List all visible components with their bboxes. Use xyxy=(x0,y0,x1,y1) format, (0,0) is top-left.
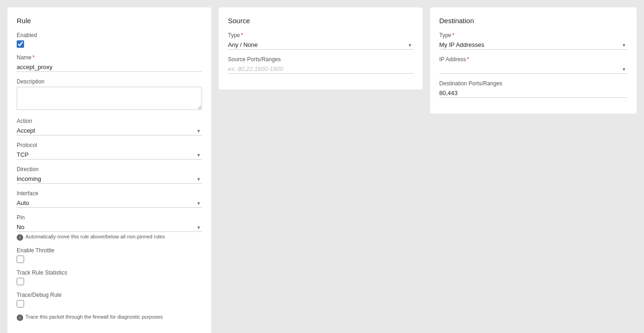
ip-address-field: IP Address* ▾ xyxy=(439,56,627,74)
trace-debug-label: Trace/Debug Rule xyxy=(17,292,202,298)
source-panel: Source Type* Any / None Address Network … xyxy=(219,7,423,90)
source-type-select[interactable]: Any / None Address Network Group xyxy=(228,40,413,50)
throttle-checkbox[interactable] xyxy=(17,256,24,263)
action-select-wrapper: Accept Reject Drop ▾ xyxy=(17,126,202,135)
source-ports-input[interactable] xyxy=(228,64,413,74)
track-rule-checkbox[interactable] xyxy=(17,278,24,285)
direction-label: Direction xyxy=(17,166,202,173)
pin-info-text: Automatically move this rule above/below… xyxy=(25,234,165,239)
protocol-field: Protocol TCP UDP Any ▾ xyxy=(17,142,202,160)
throttle-label: Enable Throttle xyxy=(17,247,202,254)
source-ports-field: Source Ports/Ranges xyxy=(228,56,413,74)
enabled-checkbox[interactable] xyxy=(17,40,24,48)
ip-address-label: IP Address* xyxy=(439,56,627,63)
source-panel-title: Source xyxy=(228,17,413,25)
protocol-select[interactable]: TCP UDP Any xyxy=(17,150,202,160)
direction-select[interactable]: Incoming Outgoing Both xyxy=(17,174,202,184)
pin-info-row: i Automatically move this rule above/bel… xyxy=(17,234,202,241)
description-field: Description xyxy=(17,78,202,111)
name-label: Name* xyxy=(17,54,202,61)
interface-label: Interface xyxy=(17,190,202,197)
source-ports-label: Source Ports/Ranges xyxy=(228,56,413,63)
description-label: Description xyxy=(17,78,202,85)
pin-field: Pin No Yes ▾ i Automatically move this r… xyxy=(17,214,202,241)
destination-ports-field: Destination Ports/Ranges 80,443 xyxy=(439,80,627,98)
action-select[interactable]: Accept Reject Drop xyxy=(17,126,202,135)
destination-type-field: Type* My IP Addresses Any / None Address… xyxy=(439,32,627,50)
action-field: Action Accept Reject Drop ▾ xyxy=(17,118,202,135)
track-rule-label: Track Rule Statistics xyxy=(17,269,202,276)
direction-select-wrapper: Incoming Outgoing Both ▾ xyxy=(17,174,202,184)
interface-select[interactable]: Auto xyxy=(17,199,202,208)
destination-type-select-wrapper: My IP Addresses Any / None Address Netwo… xyxy=(439,40,627,50)
source-type-select-wrapper: Any / None Address Network Group ▾ xyxy=(228,40,413,50)
interface-field: Interface Auto ▾ xyxy=(17,190,202,208)
protocol-label: Protocol xyxy=(17,142,202,148)
trace-debug-field: Trace/Debug Rule i Trace this packet thr… xyxy=(17,292,202,321)
trace-debug-info-text: Trace this packet through the firewall f… xyxy=(25,314,163,320)
destination-type-select[interactable]: My IP Addresses Any / None Address Netwo… xyxy=(439,40,627,50)
track-rule-field: Track Rule Statistics xyxy=(17,269,202,285)
interface-select-wrapper: Auto ▾ xyxy=(17,199,202,208)
destination-panel-title: Destination xyxy=(439,17,627,25)
ip-address-select[interactable] xyxy=(439,64,627,74)
destination-ports-value: 80,443 xyxy=(439,89,627,98)
action-label: Action xyxy=(17,118,202,124)
pin-select-wrapper: No Yes ▾ xyxy=(17,223,202,232)
trace-debug-info-icon: i xyxy=(17,314,23,321)
protocol-select-wrapper: TCP UDP Any ▾ xyxy=(17,150,202,160)
ip-address-select-wrapper: ▾ xyxy=(439,64,627,74)
trace-debug-checkbox[interactable] xyxy=(17,300,24,307)
name-input[interactable] xyxy=(17,63,202,72)
pin-select[interactable]: No Yes xyxy=(17,223,202,232)
source-type-label: Type* xyxy=(228,32,413,38)
destination-ports-label: Destination Ports/Ranges xyxy=(439,80,627,87)
destination-type-label: Type* xyxy=(439,32,627,38)
direction-field: Direction Incoming Outgoing Both ▾ xyxy=(17,166,202,184)
name-field: Name* xyxy=(17,54,202,72)
description-textarea[interactable] xyxy=(17,87,202,110)
pin-info-icon: i xyxy=(17,234,23,241)
trace-debug-info-row: i Trace this packet through the firewall… xyxy=(17,314,202,321)
source-type-field: Type* Any / None Address Network Group ▾ xyxy=(228,32,413,50)
throttle-field: Enable Throttle xyxy=(17,247,202,263)
enabled-label: Enabled xyxy=(17,32,202,38)
pin-label: Pin xyxy=(17,214,202,221)
rule-panel-title: Rule xyxy=(17,17,202,25)
enabled-field: Enabled xyxy=(17,32,202,48)
rule-panel: Rule Enabled Name* Description Action xyxy=(7,7,211,333)
destination-panel: Destination Type* My IP Addresses Any / … xyxy=(430,7,637,114)
